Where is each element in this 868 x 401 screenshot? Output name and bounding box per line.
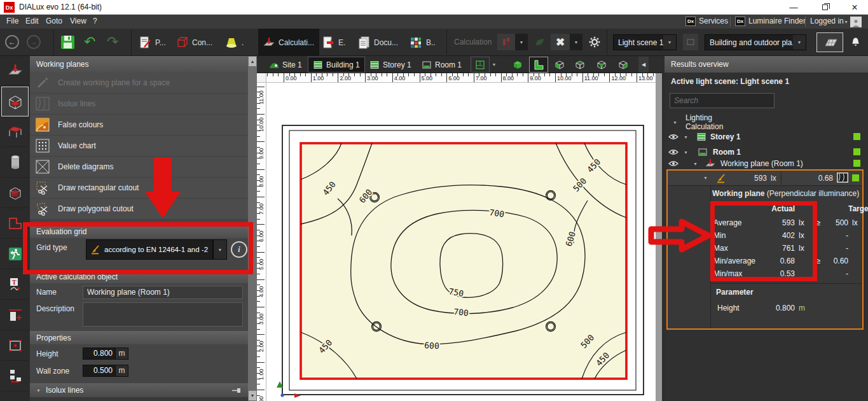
logged-in-menu[interactable]: Logged in: [810, 17, 844, 25]
energy-leaf-button[interactable]: [534, 37, 546, 49]
menu-file[interactable]: File: [6, 17, 18, 25]
sidebar-item-text[interactable]: T: [1, 270, 29, 300]
tab-storey-1[interactable]: Storey 1: [365, 57, 416, 73]
tab-construction[interactable]: Con...: [170, 29, 217, 56]
forward-arrow-icon: →: [30, 38, 38, 46]
ruler-tick: [572, 73, 572, 76]
tab-bim-label: B..: [426, 38, 436, 47]
tool-draw-rectangular-cutout[interactable]: Draw rectangular cutout: [30, 178, 248, 199]
height-input[interactable]: 0.800: [83, 348, 116, 360]
scissors-icon: [35, 201, 50, 216]
tab-bim[interactable]: B..: [404, 29, 441, 56]
sidebar-item-working-planes[interactable]: [1, 87, 29, 116]
sidebar-item-room-volume[interactable]: [1, 178, 29, 208]
cad-canvas[interactable]: 450 450 500 600 700 750 600 700 600 500 …: [266, 83, 656, 401]
calculation-surface-icon: [8, 64, 22, 78]
tab-room-1-label: Room 1: [435, 60, 462, 69]
ruler-tick: [420, 73, 420, 82]
sidebar-item-column[interactable]: [1, 148, 29, 178]
average-value: 593: [744, 174, 767, 183]
user-avatar[interactable]: [850, 17, 862, 27]
documentation-icon: [359, 36, 370, 49]
collapse-toolbar-button[interactable]: ◀: [638, 57, 649, 73]
result-summary-row[interactable]: ▼ 593 lx 0.68: [668, 171, 862, 186]
sidebar-item-wall-opening[interactable]: [1, 300, 29, 330]
name-input[interactable]: Working plane (Room 1): [83, 286, 243, 299]
floor-plan-view-button[interactable]: [471, 57, 490, 73]
menu-luminaire-finder[interactable]: Luminaire Finder: [748, 17, 806, 25]
sidebar-item-calculation-surfaces[interactable]: [1, 56, 29, 86]
notifications-button[interactable]: [851, 37, 860, 49]
results-dropdown-button[interactable]: ▼: [515, 34, 528, 50]
save-button[interactable]: [60, 34, 76, 52]
view-front-face-button[interactable]: [552, 57, 567, 73]
undo-button[interactable]: ↶: [84, 34, 95, 50]
tool-false-colours[interactable]: False colours: [30, 115, 248, 136]
tool-isolux-lines[interactable]: Isolux lines: [30, 94, 248, 115]
redo-icon: ↷: [107, 34, 118, 50]
cancel-calculation-button[interactable]: ✖: [551, 34, 570, 50]
tab-calculation[interactable]: Calculati...: [258, 29, 319, 56]
tab-room-1[interactable]: Room 1: [417, 57, 466, 73]
ruler-label: 7.00: [476, 75, 487, 81]
scene-edit-button[interactable]: [683, 34, 698, 50]
working-plane-region[interactable]: [301, 143, 626, 379]
working-plane-icon: [705, 158, 715, 169]
tree-row-room-1[interactable]: ▼ Room 1: [665, 145, 868, 159]
menu-services[interactable]: Services: [699, 17, 728, 25]
ruler-tick: [468, 73, 469, 76]
forward-button[interactable]: →: [27, 35, 41, 49]
light-scene-select[interactable]: Light scene 1 ▼: [613, 34, 677, 50]
back-button[interactable]: ←: [5, 35, 19, 49]
scroll-down-icon[interactable]: ▼: [249, 391, 256, 400]
tab-building-1[interactable]: Building 1: [308, 57, 365, 73]
view-back-face-button[interactable]: [572, 57, 588, 73]
wall-zone-input[interactable]: 0.500: [83, 365, 116, 377]
cancel-dropdown-button[interactable]: ▼: [570, 34, 582, 50]
ruler-label: 10.00: [557, 75, 572, 81]
tool-value-chart[interactable]: Value chart: [30, 136, 248, 157]
menu-goto[interactable]: Goto: [46, 17, 62, 25]
calculation-results-button[interactable]: [497, 34, 515, 50]
view-lshape-button[interactable]: [529, 57, 548, 73]
status-indicator: [853, 160, 860, 167]
calculation-settings-button[interactable]: [589, 36, 600, 50]
ruler-tick: [354, 73, 355, 76]
tool-label: Value chart: [58, 141, 96, 150]
tab-export[interactable]: E.: [318, 29, 350, 56]
close-button[interactable]: ×: [842, 0, 867, 15]
menu-edit[interactable]: Edit: [25, 17, 39, 25]
tab-site-1[interactable]: Site 1: [265, 57, 307, 73]
tool-draw-polygonal-cutout[interactable]: Draw polygonal cutout: [30, 199, 248, 220]
tree-row-storey-1[interactable]: ▼ Storey 1: [665, 130, 868, 144]
tree-row-working-plane[interactable]: ▼ Working plane (Room 1): [665, 158, 868, 169]
view-dropdown-button[interactable]: ▼: [490, 57, 499, 73]
properties-header-label: Properties: [36, 334, 71, 342]
description-input[interactable]: [83, 302, 243, 327]
maximize-button[interactable]: [812, 0, 837, 15]
sidebar-item-selection-region[interactable]: [1, 331, 29, 361]
scroll-up-icon[interactable]: ▲: [249, 57, 256, 66]
tool-create-working-plane[interactable]: Create working plane for a space: [30, 73, 248, 94]
tool-delete-diagrams[interactable]: Delete diagrams: [30, 157, 248, 178]
view-left-face-button[interactable]: [616, 57, 631, 73]
active-light-scene-label: Active light scene: Light scene 1: [671, 77, 789, 86]
search-input[interactable]: [670, 96, 778, 105]
tab-documentation[interactable]: Docu...: [354, 29, 403, 56]
minimize-button[interactable]: —: [781, 0, 806, 15]
name-label: Name: [36, 288, 57, 297]
view-center-button[interactable]: [594, 57, 609, 73]
ruler-label: 11.00: [258, 90, 265, 104]
ruler-tick: [257, 202, 260, 203]
view-solid-button[interactable]: [510, 57, 525, 73]
planning-mode-select[interactable]: Building and outdoor pla... ▼: [705, 34, 806, 50]
plane-view-button[interactable]: [816, 32, 843, 52]
menu-help[interactable]: ?: [93, 17, 97, 25]
sidebar-item-furniture-surfaces[interactable]: [1, 117, 29, 147]
menu-view[interactable]: View: [70, 17, 86, 25]
tab-light[interactable]: .: [219, 29, 249, 56]
redo-button[interactable]: ↷: [107, 34, 118, 50]
tab-plan[interactable]: P...: [135, 29, 170, 56]
isolux-lines-section[interactable]: ▼ Isolux lines: [30, 383, 248, 397]
sidebar-item-structure[interactable]: [1, 362, 29, 391]
